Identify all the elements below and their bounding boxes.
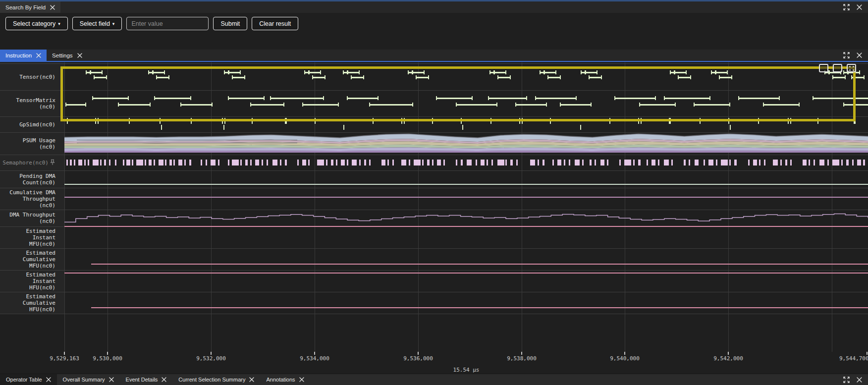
semaphore-mark [262, 160, 263, 165]
tab-annotations[interactable]: Annotations [260, 374, 310, 385]
row-label-text: TensorMatrix (nc0) [8, 97, 55, 110]
search-panel-controls [843, 1, 868, 13]
semaphore-mark [852, 160, 854, 165]
row-divider [0, 314, 868, 314]
axis-tick [867, 352, 868, 355]
pin-icon[interactable] [50, 159, 55, 166]
semaphore-mark [695, 160, 699, 165]
semaphore-mark [432, 160, 434, 165]
semaphore-mark [109, 160, 110, 165]
row-divider [0, 270, 868, 271]
chart-tool-button-1[interactable] [819, 64, 828, 72]
row-label-text: Cumulative DMA Throughput (nc0) [8, 189, 55, 209]
timeline-panel-controls [843, 50, 868, 61]
close-tab-icon[interactable] [46, 377, 51, 382]
search-by-field-panel: Search By Field Select category ▾ Select… [0, 1, 868, 50]
expand-panel-icon[interactable] [843, 52, 850, 58]
caret-down-icon: ▾ [112, 21, 115, 26]
semaphore-mark [846, 160, 849, 165]
gpsimd-mark [462, 125, 463, 130]
row-label-tensor: Tensor(nc0) [0, 63, 60, 90]
semaphore-mark [647, 160, 648, 165]
close-tab-icon[interactable] [77, 53, 82, 58]
chart-area[interactable]: 15.54 μs Tensor(nc0)TensorMatrix (nc0)Gp… [0, 62, 868, 374]
close-panel-icon[interactable] [857, 4, 862, 10]
gpsimd-mark [730, 125, 731, 130]
submit-button[interactable]: Submit [213, 17, 247, 30]
row-label-text: Pending DMA Count(nc0) [8, 173, 55, 186]
close-tab-icon[interactable] [109, 377, 114, 382]
semaphore-mark [785, 160, 787, 165]
semaphore-mark [863, 160, 865, 165]
close-tab-icon[interactable] [36, 53, 41, 58]
semaphore-mark [145, 160, 146, 165]
axis-tick [107, 352, 108, 355]
close-panel-icon[interactable] [857, 53, 862, 58]
timeline-tabstrip: Instruction Settings [0, 50, 868, 62]
semaphore-mark [149, 160, 152, 165]
close-panel-icon[interactable] [857, 377, 862, 383]
tab-current-selection-summary[interactable]: Current Selection Summary [172, 374, 260, 385]
semaphore-mark [211, 160, 216, 165]
semaphore-mark [582, 160, 584, 165]
semaphore-mark [347, 160, 348, 165]
expand-panel-icon[interactable] [843, 377, 850, 383]
chart-tool-button-2[interactable] [833, 64, 842, 72]
value-input[interactable] [126, 17, 209, 30]
tab-settings[interactable]: Settings [47, 50, 88, 61]
timeline-panel: Instruction Settings [0, 50, 868, 374]
tab-overall-summary[interactable]: Overall Summary [57, 374, 120, 385]
semaphore-mark [552, 160, 554, 165]
close-tab-icon[interactable] [299, 377, 304, 382]
semaphore-mark [564, 160, 565, 165]
tab-current-selection-summary-label: Current Selection Summary [178, 377, 245, 383]
semaphore-mark [689, 160, 690, 165]
axis-tick [728, 352, 729, 355]
tab-search-by-field[interactable]: Search By Field [0, 1, 60, 13]
tab-annotations-label: Annotations [266, 377, 295, 383]
semaphore-mark [272, 160, 277, 165]
tab-operator-table[interactable]: Operator Table [0, 374, 57, 385]
metric-line-cumulative-dma-throughput-line [64, 197, 868, 198]
expand-panel-icon[interactable] [843, 4, 850, 10]
semaphore-mark [255, 160, 259, 165]
select-field-button[interactable]: Select field ▾ [72, 17, 122, 30]
semaphore-mark [638, 160, 641, 165]
select-category-button[interactable]: Select category ▾ [5, 17, 68, 30]
close-tab-icon[interactable] [50, 5, 55, 10]
selection-rectangle [60, 66, 856, 121]
semaphore-mark [326, 160, 327, 165]
semaphore-mark [206, 160, 207, 165]
semaphore-mark [84, 160, 86, 165]
semaphore-mark [497, 160, 504, 165]
semaphore-mark [633, 160, 635, 165]
semaphore-mark [78, 160, 82, 165]
axis-tick-label: 9,534,000 [300, 355, 329, 362]
chart-expand-button[interactable] [847, 64, 856, 72]
semaphore-mark [280, 160, 281, 165]
close-tab-icon[interactable] [162, 377, 166, 382]
semaphore-mark [308, 160, 310, 165]
semaphore-mark [218, 160, 219, 165]
semaphore-mark [409, 160, 410, 165]
axis-tick [211, 352, 212, 355]
bottom-tabbar: Operator Table Overall Summary Event Det… [0, 374, 868, 385]
clear-result-button[interactable]: Clear result [252, 17, 298, 30]
duration-label: 15.54 μs [453, 367, 480, 373]
row-label-estimated-instant-mfu: Estimated Instant MFU(nc0) [0, 226, 60, 248]
tab-event-details[interactable]: Event Details [120, 374, 173, 385]
semaphore-mark [165, 160, 166, 165]
close-tab-icon[interactable] [249, 377, 254, 382]
tab-instruction[interactable]: Instruction [0, 50, 47, 61]
row-label-text: Estimated Cumulative MFU(nc0) [8, 250, 55, 269]
semaphore-mark [228, 160, 229, 165]
semaphore-mark [178, 160, 182, 165]
semaphore-mark [154, 160, 155, 165]
semaphore-mark [392, 160, 394, 165]
semaphore-mark [159, 160, 163, 165]
semaphore-mark [267, 160, 268, 165]
semaphore-mark [401, 160, 406, 165]
row-label-tensormatrix: TensorMatrix (nc0) [0, 90, 60, 116]
axis-tick-label: 9,536,000 [403, 355, 433, 362]
semaphore-mark [516, 160, 518, 165]
